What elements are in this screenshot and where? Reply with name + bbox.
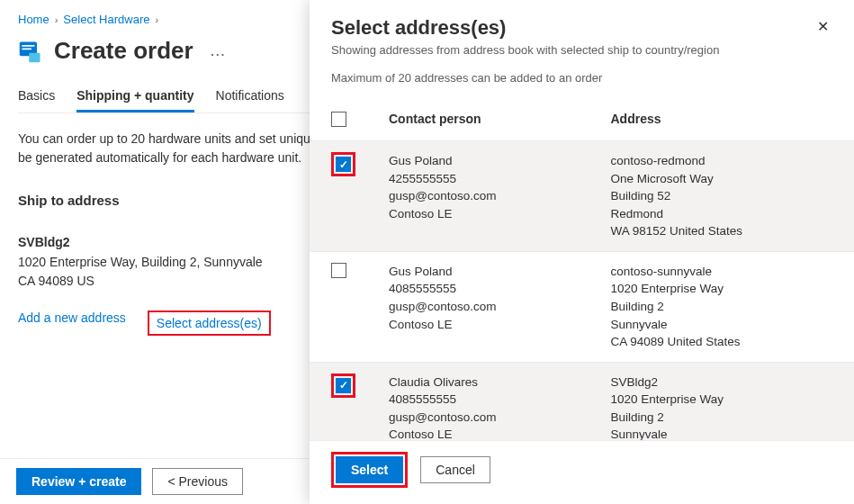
address-cell: SVBldg21020 Enterprise WayBuilding 2Sunn… — [611, 374, 833, 440]
panel-footer: Select Cancel — [310, 440, 854, 504]
select-all-checkbox[interactable] — [331, 112, 346, 127]
cancel-button[interactable]: Cancel — [420, 456, 490, 483]
panel-info: Maximum of 20 addresses can be added to … — [310, 66, 854, 101]
panel-title: Select address(es) — [331, 16, 719, 40]
select-address-panel: Select address(es) Showing addresses fro… — [310, 0, 854, 504]
contact-cell: Gus Poland4085555555gusp@contoso.comCont… — [389, 263, 611, 333]
panel-header: Select address(es) Showing addresses fro… — [310, 0, 854, 66]
table-row: Gus Poland4085555555gusp@contoso.comCont… — [310, 252, 854, 363]
col-address: Address — [611, 112, 833, 126]
panel-subtitle: Showing addresses from address book with… — [331, 43, 719, 57]
contact-cell: Gus Poland4255555555gusp@contoso.comCont… — [389, 152, 611, 222]
table-row: Gus Poland4255555555gusp@contoso.comCont… — [310, 141, 854, 252]
row-checkbox[interactable] — [336, 157, 351, 172]
highlight-ring — [331, 152, 355, 176]
table-header: Contact person Address — [310, 101, 854, 141]
select-button[interactable]: Select — [336, 456, 403, 483]
highlight-ring — [331, 374, 355, 398]
close-icon[interactable]: ✕ — [814, 16, 832, 38]
row-checkbox[interactable] — [331, 263, 346, 278]
col-contact: Contact person — [389, 112, 611, 126]
table-row: Claudia Olivares4085555555gusp@contoso.c… — [310, 363, 854, 440]
address-cell: contoso-redmondOne Microsoft WayBuilding… — [611, 152, 833, 240]
address-cell: contoso-sunnyvale1020 Enterprise WayBuil… — [611, 263, 833, 351]
row-checkbox[interactable] — [336, 378, 351, 393]
highlight-ring: Select — [331, 452, 408, 488]
address-table: Contact person Address Gus Poland4255555… — [310, 101, 854, 440]
contact-cell: Claudia Olivares4085555555gusp@contoso.c… — [389, 374, 611, 440]
